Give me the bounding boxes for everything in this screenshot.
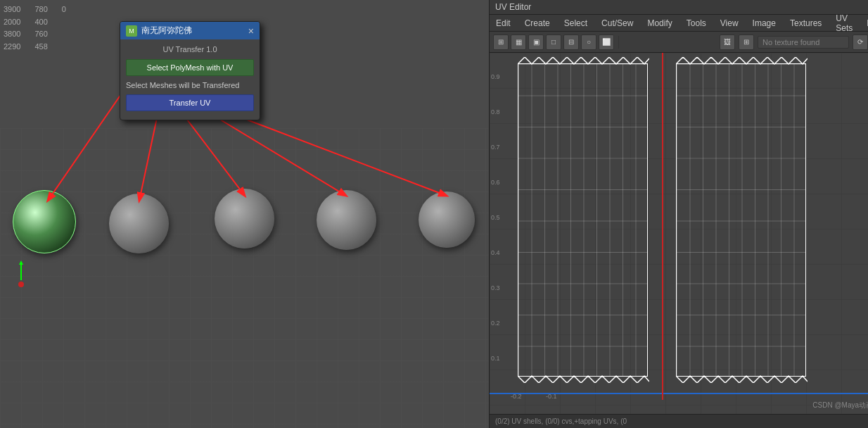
transfer-uv-button[interactable]: Transfer UV bbox=[126, 94, 254, 111]
dialog-subtitle: UV Transfer 1.0 bbox=[126, 45, 254, 54]
toolbar-right: 🖼 ⊞ No texture found ⟳ ⚙ bbox=[720, 34, 868, 50]
sphere-1[interactable] bbox=[109, 194, 169, 253]
toolbar-btn-grid4[interactable]: ⊟ bbox=[563, 34, 579, 50]
uv-island-1-grid bbox=[518, 64, 647, 376]
viewport-panel: 3900 780 0 2000 400 3800 760 2290 458 bbox=[0, 0, 489, 428]
menu-view[interactable]: View bbox=[717, 17, 741, 30]
uv-editor-title-text: UV Editor bbox=[495, 2, 531, 12]
csdn-watermark: CSDN @Maya动画技术 bbox=[812, 401, 868, 410]
uv-island-1 bbox=[518, 63, 648, 377]
sphere-2[interactable] bbox=[215, 189, 274, 248]
uv-editor-title: UV Editor bbox=[490, 0, 868, 15]
stat-value-1: 400 bbox=[34, 16, 47, 29]
uv-island-2 bbox=[676, 63, 806, 377]
main-container: 3900 780 0 2000 400 3800 760 2290 458 bbox=[0, 0, 868, 428]
toolbar-btn-image[interactable]: 🖼 bbox=[720, 34, 735, 50]
uv-axis-y-line bbox=[662, 53, 663, 400]
stat-col3: 0 bbox=[62, 4, 66, 16]
menu-help[interactable]: Help bbox=[864, 17, 868, 30]
svg-point-2 bbox=[18, 282, 24, 287]
menu-modify[interactable]: Modify bbox=[644, 17, 675, 30]
dialog-close-button[interactable]: × bbox=[248, 26, 254, 36]
menu-image[interactable]: Image bbox=[750, 17, 779, 30]
stat-label-3: 2290 bbox=[4, 41, 20, 54]
stats-row-2: 3800 760 bbox=[4, 28, 66, 41]
dialog-title: 南无阿弥陀佛 bbox=[141, 25, 192, 37]
toolbar-btn-grid3[interactable]: ▣ bbox=[528, 34, 544, 50]
uv-menubar: Edit Create Select Cut/Sew Modify Tools … bbox=[490, 15, 868, 32]
uv-zigzag-top-1 bbox=[518, 57, 649, 65]
stat-label-1: 2000 bbox=[4, 16, 20, 29]
dialog-icon: M bbox=[126, 25, 137, 37]
stat-label-0: 3900 bbox=[4, 4, 20, 16]
stat-label-2: 3800 bbox=[4, 28, 20, 41]
viewport-bg: 3900 780 0 2000 400 3800 760 2290 458 bbox=[0, 0, 489, 428]
stats-row-1: 2000 400 bbox=[4, 16, 66, 29]
toolbar-btn-grid2[interactable]: ▦ bbox=[511, 34, 526, 50]
uv-zigzag-bottom-1 bbox=[518, 374, 649, 383]
uv-statusbar: (0/2) UV shells, (0/0) cvs,+tapping UVs,… bbox=[490, 414, 868, 428]
menu-textures[interactable]: Textures bbox=[787, 17, 824, 30]
menu-uv-sets[interactable]: UV Sets bbox=[833, 12, 855, 34]
toolbar-btn-refresh[interactable]: ⟳ bbox=[853, 34, 868, 50]
axis-widget bbox=[7, 259, 35, 287]
toolbar-btn-grid1[interactable]: ⊞ bbox=[493, 34, 509, 50]
sphere-4[interactable] bbox=[419, 191, 475, 248]
select-meshes-label: Select Meshes will be Transfered bbox=[126, 79, 254, 92]
stats-overlay: 3900 780 0 2000 400 3800 760 2290 458 bbox=[4, 4, 66, 53]
toolbar-btn-grid5[interactable]: ⊞ bbox=[739, 34, 754, 50]
texture-label: No texture found bbox=[758, 36, 849, 49]
dialog: M 南无阿弥陀佛 × UV Transfer 1.0 Select PolyMe… bbox=[120, 21, 260, 120]
toolbar-separator bbox=[618, 36, 619, 49]
uv-editor-panel: UV Editor Edit Create Select Cut/Sew Mod… bbox=[489, 0, 868, 428]
menu-tools[interactable]: Tools bbox=[684, 17, 709, 30]
uv-canvas-area[interactable]: 0.9 0.8 0.7 0.6 0.5 0.4 0.3 0.2 0.1 -0.2… bbox=[490, 53, 868, 414]
uv-status-text: (0/2) UV shells, (0/0) cvs,+tapping UVs,… bbox=[495, 417, 627, 425]
dialog-title-bar: M 南无阿弥陀佛 × bbox=[120, 22, 260, 39]
toolbar-btn-circle[interactable]: ○ bbox=[581, 34, 596, 50]
menu-edit[interactable]: Edit bbox=[493, 17, 513, 30]
uv-zigzag-top-2 bbox=[676, 57, 808, 65]
uv-toolbar: ⊞ ▦ ▣ □ ⊟ ○ ⬜ 🖼 ⊞ No texture found ⟳ ⚙ bbox=[490, 32, 868, 53]
toolbar-btn-frame[interactable]: □ bbox=[546, 34, 561, 50]
stat-value-3: 458 bbox=[34, 41, 47, 54]
svg-marker-1 bbox=[19, 260, 23, 265]
sphere-selected[interactable] bbox=[13, 190, 76, 253]
uv-zigzag-bottom-2 bbox=[676, 374, 808, 383]
dialog-content: UV Transfer 1.0 Select PolyMesh with UV … bbox=[120, 39, 260, 120]
select-polymesh-button[interactable]: Select PolyMesh with UV bbox=[126, 59, 254, 76]
menu-create[interactable]: Create bbox=[522, 17, 553, 30]
stat-value-0: 780 bbox=[34, 4, 47, 16]
stat-value-2: 760 bbox=[34, 28, 47, 41]
uv-axis-x-line bbox=[490, 393, 868, 394]
menu-select[interactable]: Select bbox=[561, 17, 590, 30]
menu-cut-sew[interactable]: Cut/Sew bbox=[599, 17, 636, 30]
stats-row-3: 2290 458 bbox=[4, 41, 66, 54]
uv-island-2-grid bbox=[677, 64, 805, 376]
grid-floor bbox=[0, 128, 489, 428]
toolbar-btn-camera[interactable]: ⬜ bbox=[599, 34, 614, 50]
stats-row-0: 3900 780 0 bbox=[4, 4, 66, 16]
sphere-3[interactable] bbox=[317, 190, 376, 250]
